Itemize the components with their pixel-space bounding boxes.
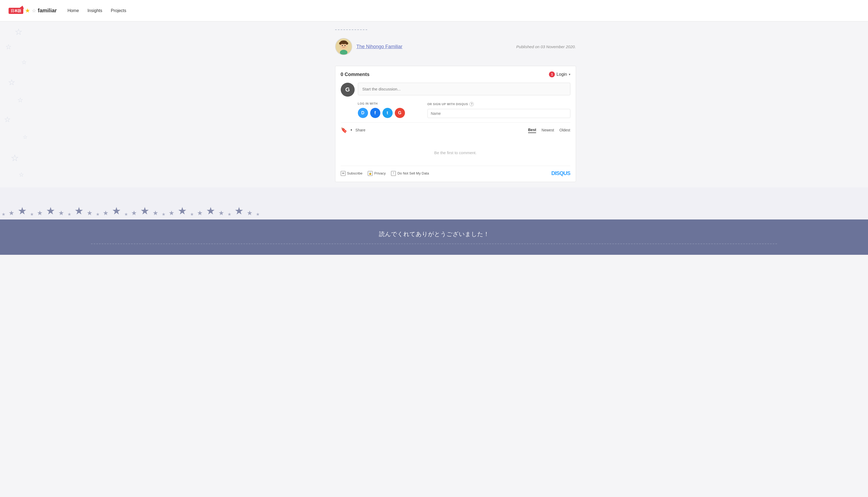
empty-state: Be the first to comment. xyxy=(341,140,570,166)
deco-star: ★ xyxy=(68,212,71,217)
deco-star: ★ xyxy=(9,209,14,217)
deco-star: ★ xyxy=(190,212,194,217)
deco-star: ★ xyxy=(140,205,150,217)
disqus-logo: DISQUS xyxy=(551,170,570,176)
share-label: Share xyxy=(355,128,365,132)
logo-star-filled-icon: ★ xyxy=(25,7,30,14)
user-avatar: G xyxy=(341,83,355,97)
twitter-login-button[interactable]: t xyxy=(383,108,393,118)
google-login-button[interactable]: G xyxy=(395,108,405,118)
deco-star: ★ xyxy=(2,212,5,217)
publish-date: Published on 03 November 2020. xyxy=(516,44,576,49)
deco-star: ★ xyxy=(131,209,137,217)
deco-star: ★ xyxy=(178,205,187,217)
facebook-login-button[interactable]: f xyxy=(370,108,380,118)
navbar: 日本語 ★ ☆ familiar Home Insights Projects xyxy=(0,0,868,22)
deco-star: ★ xyxy=(162,212,166,217)
privacy-link[interactable]: 🔒 Privacy xyxy=(368,171,386,176)
deco-star: ★ xyxy=(197,209,203,217)
bookmark-icon[interactable]: 🔖 xyxy=(341,127,347,133)
avatar-image xyxy=(336,39,352,55)
log-in-with-section: LOG IN WITH D f t G xyxy=(358,102,427,118)
nav-projects[interactable]: Projects xyxy=(111,8,126,13)
author-info: The Nihongo Familiar xyxy=(335,38,402,55)
site-footer: 読んでくれてありがとうございました！ xyxy=(0,219,868,255)
subscribe-link[interactable]: ✉ Subscribe xyxy=(341,171,363,176)
do-not-sell-link[interactable]: ! Do Not Sell My Data xyxy=(391,171,429,176)
sort-best-button[interactable]: Best xyxy=(528,127,536,133)
disqus-login-button[interactable]: D xyxy=(358,108,368,118)
comment-input-row: G xyxy=(341,83,570,97)
deco-star: ★ xyxy=(30,212,34,217)
deco-star: ★ xyxy=(218,209,224,217)
privacy-icon: 🔒 xyxy=(368,171,373,176)
svg-point-7 xyxy=(344,45,345,46)
deco-star: ★ xyxy=(234,205,244,217)
content-area: The Nihongo Familiar Published on 03 Nov… xyxy=(287,22,581,187)
notification-badge: 1 xyxy=(549,71,555,77)
comments-header: 0 Comments 1 Login ▾ xyxy=(341,71,570,77)
svg-point-4 xyxy=(339,42,342,45)
comments-count: 0 Comments xyxy=(341,72,370,77)
deco-star: ★ xyxy=(228,212,231,217)
page-wrapper: ☆ ☆ ☆ ☆ ☆ ☆ ☆ ☆ ☆ ☆ xyxy=(0,22,868,255)
or-sign-up-section: OR SIGN UP WITH DISQUS ? xyxy=(427,102,570,118)
nav-insights[interactable]: Insights xyxy=(87,8,102,13)
chevron-down-icon: ▾ xyxy=(569,72,570,76)
login-button[interactable]: 1 Login ▾ xyxy=(549,71,570,77)
sort-row: 🔖 • Share Best Newest Oldest xyxy=(341,122,570,133)
do-not-sell-icon: ! xyxy=(391,171,396,176)
author-name-link[interactable]: The Nihongo Familiar xyxy=(356,44,402,49)
deco-star: ★ xyxy=(256,212,260,217)
svg-point-5 xyxy=(345,42,348,45)
top-dashed-separator xyxy=(335,29,367,30)
deco-star: ★ xyxy=(247,209,253,217)
deco-star: ★ xyxy=(74,205,84,217)
deco-star: ★ xyxy=(153,209,158,217)
bullet-separator: • xyxy=(351,127,352,133)
share-button[interactable]: Share xyxy=(355,128,365,132)
nav-home[interactable]: Home xyxy=(68,8,79,13)
comments-section: 0 Comments 1 Login ▾ G LOG IN WITH D xyxy=(335,66,576,182)
help-icon[interactable]: ? xyxy=(469,102,474,106)
deco-star: ★ xyxy=(169,209,174,217)
nav-links: Home Insights Projects xyxy=(68,8,126,13)
sort-right: Best Newest Oldest xyxy=(528,127,570,133)
deco-star: ★ xyxy=(96,212,100,217)
empty-label: Be the first to comment. xyxy=(434,151,476,155)
deco-star: ★ xyxy=(58,209,64,217)
logo-text: familiar xyxy=(38,8,57,14)
deco-star: ★ xyxy=(103,209,109,217)
stars-row: ★ ★ ★ ★ ★ ★ ★ ★ ★ ★ ★ ★ ★ ★ ★ ★ ★ ★ ★ ★ … xyxy=(0,205,868,217)
subscribe-label: Subscribe xyxy=(347,171,363,175)
or-sign-up-label: OR SIGN UP WITH DISQUS ? xyxy=(427,102,570,106)
login-label: Login xyxy=(556,72,567,77)
log-in-with-label: LOG IN WITH xyxy=(358,102,427,105)
deco-star: ★ xyxy=(87,209,93,217)
footer-links: ✉ Subscribe 🔒 Privacy ! Do Not Sell My D… xyxy=(341,171,429,176)
do-not-sell-label: Do Not Sell My Data xyxy=(397,171,429,175)
deco-star: ★ xyxy=(206,205,215,217)
deco-star: ★ xyxy=(18,205,27,217)
subscribe-icon: ✉ xyxy=(341,171,345,176)
footer-thanks-text: 読んでくれてありがとうございました！ xyxy=(379,231,489,237)
sort-oldest-button[interactable]: Oldest xyxy=(559,127,570,133)
social-buttons: D f t G xyxy=(358,108,427,118)
login-signup-row: LOG IN WITH D f t G OR SIGN UP WITH DISQ… xyxy=(341,102,570,118)
logo-area: 日本語 ★ ☆ familiar xyxy=(9,7,57,14)
deco-star: ★ xyxy=(124,212,128,217)
discussion-input[interactable] xyxy=(358,83,570,95)
deco-star: ★ xyxy=(46,205,55,217)
sort-left: 🔖 • Share xyxy=(341,127,366,133)
deco-star: ★ xyxy=(112,205,121,217)
deco-star: ★ xyxy=(37,209,43,217)
name-input[interactable] xyxy=(427,109,570,118)
author-row: The Nihongo Familiar Published on 03 Nov… xyxy=(335,38,576,55)
comments-footer: ✉ Subscribe 🔒 Privacy ! Do Not Sell My D… xyxy=(341,166,570,176)
bottom-dashed-separator xyxy=(91,243,777,244)
privacy-label: Privacy xyxy=(374,171,386,175)
svg-point-6 xyxy=(342,45,343,46)
bottom-decoration: ★ ★ ★ ★ ★ ★ ★ ★ ★ ★ ★ ★ ★ ★ ★ ★ ★ ★ ★ ★ … xyxy=(0,187,868,219)
sort-newest-button[interactable]: Newest xyxy=(541,127,554,133)
logo-jp-badge: 日本語 xyxy=(9,8,23,14)
